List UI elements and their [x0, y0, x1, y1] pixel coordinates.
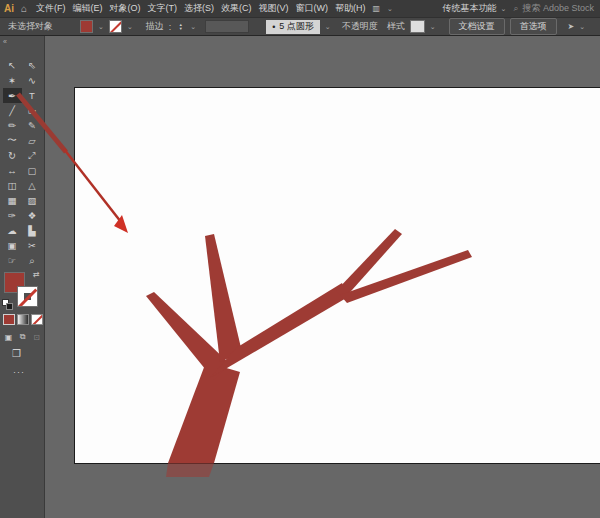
fill-chevron-icon[interactable]: ⌄: [98, 23, 104, 31]
app-logo: Ai: [4, 3, 14, 14]
artboard-tool[interactable]: ▣: [3, 238, 22, 253]
menu-item-6[interactable]: 视图(V): [259, 2, 289, 15]
gradient-tool[interactable]: ▨: [23, 193, 42, 208]
brush-chevron-icon[interactable]: ⌄: [325, 23, 331, 31]
draw-behind-icon[interactable]: ⧉: [16, 331, 29, 343]
mesh-tool[interactable]: ▦: [3, 193, 22, 208]
brush-dropdown[interactable]: • 5 点圆形: [266, 20, 320, 34]
shape-builder-tool[interactable]: ◫: [3, 178, 22, 193]
eyedropper-tool-icon: ✑: [8, 210, 16, 221]
style-chevron-icon[interactable]: ⌄: [430, 23, 436, 31]
tools-panel: « ↖⇖✶∿✒T╱▭✏✎〜▱↻⤢↔▢◫△▦▨✑❖☁▙▣✂☞⌕ ⇄ ▣ ⧉ ⊡ ❐…: [0, 36, 45, 518]
control-extras-icon[interactable]: ➤: [568, 22, 575, 31]
artboard-tool-icon: ▣: [8, 240, 17, 251]
pasteboard[interactable]: [45, 56, 600, 518]
stroke-weight-chevron-icon[interactable]: ⌄: [190, 23, 196, 31]
menu-bar: Ai ⌂ 文件(F)编辑(E)对象(O)文字(T)选择(S)效果(C)视图(V)…: [0, 0, 600, 17]
zoom-tool[interactable]: ⌕: [23, 253, 42, 268]
pencil-tool[interactable]: ✎: [23, 118, 42, 133]
hand-tool-icon: ☞: [8, 255, 17, 266]
stroke-weight-stepper[interactable]: ▲ ▼: [176, 21, 185, 33]
stroke-color-swatch[interactable]: [109, 20, 122, 33]
style-swatch[interactable]: [410, 20, 425, 33]
type-tool[interactable]: T: [23, 88, 42, 103]
magic-wand-tool[interactable]: ✶: [3, 73, 22, 88]
eraser-tool[interactable]: ▱: [23, 133, 42, 148]
scale-tool[interactable]: ⤢: [23, 148, 42, 163]
brush-value: 5 点圆形: [279, 20, 314, 33]
menu-item-2[interactable]: 对象(O): [110, 2, 141, 15]
color-button[interactable]: [3, 314, 15, 325]
stroke-colon: :: [169, 22, 172, 32]
eyedropper-tool[interactable]: ✑: [3, 208, 22, 223]
rectangle-tool[interactable]: ▭: [23, 103, 42, 118]
eraser-tool-icon: ▱: [28, 135, 35, 146]
collapse-toolbar-icon[interactable]: «: [3, 38, 7, 45]
free-transform-tool[interactable]: ▢: [23, 163, 42, 178]
rectangle-tool-icon: ▭: [28, 105, 37, 116]
search-field[interactable]: ⌕ 搜索 Adobe Stock: [513, 2, 594, 15]
workspace-label: 传统基本功能: [443, 2, 497, 15]
mesh-tool-icon: ▦: [8, 195, 17, 206]
direct-selection-tool[interactable]: ⇖: [23, 58, 42, 73]
none-button[interactable]: [31, 314, 43, 325]
workspace-switcher[interactable]: 传统基本功能 ⌄: [443, 2, 507, 15]
draw-normal-icon[interactable]: ▣: [2, 331, 15, 343]
menu-item-3[interactable]: 文字(T): [148, 2, 178, 15]
shaper-tool-icon: 〜: [7, 134, 17, 147]
screen-mode-icon[interactable]: ❐: [12, 348, 21, 359]
no-selection-label: 未选择对象: [8, 20, 53, 33]
width-tool[interactable]: ↔: [3, 163, 22, 178]
column-graph-tool[interactable]: ▙: [23, 223, 42, 238]
blend-tool[interactable]: ❖: [23, 208, 42, 223]
arrange-documents-chevron-icon[interactable]: ⌄: [387, 5, 393, 13]
opacity-label[interactable]: 不透明度: [342, 20, 378, 33]
line-segment-tool[interactable]: ╱: [3, 103, 22, 118]
control-extras-chevron-icon[interactable]: ⌄: [579, 23, 585, 31]
rotate-tool[interactable]: ↻: [3, 148, 22, 163]
stroke-color-indicator[interactable]: [17, 286, 38, 307]
free-transform-tool-icon: ▢: [28, 165, 37, 176]
pen-tool[interactable]: ✒: [3, 88, 22, 103]
menu-item-4[interactable]: 选择(S): [184, 2, 214, 15]
fill-color-swatch[interactable]: [80, 20, 93, 33]
swap-fill-stroke-icon[interactable]: ⇄: [33, 270, 40, 279]
rotate-tool-icon: ↻: [8, 150, 16, 161]
preferences-button[interactable]: 首选项: [510, 18, 557, 35]
menu-item-5[interactable]: 效果(C): [221, 2, 252, 15]
stepper-down-icon[interactable]: ▼: [179, 27, 183, 31]
arrange-documents-icon[interactable]: ▥: [373, 4, 381, 13]
document-setup-button[interactable]: 文档设置: [449, 18, 505, 35]
drawing-mode-buttons: ▣ ⧉ ⊡: [2, 331, 43, 343]
perspective-grid-tool[interactable]: △: [23, 178, 42, 193]
selection-tool[interactable]: ↖: [3, 58, 22, 73]
magic-wand-tool-icon: ✶: [8, 75, 16, 86]
slice-tool[interactable]: ✂: [23, 238, 42, 253]
hand-tool[interactable]: ☞: [3, 253, 22, 268]
gradient-tool-icon: ▨: [28, 195, 37, 206]
appearance-buttons: [3, 314, 43, 325]
draw-inside-icon: ⊡: [30, 331, 43, 343]
paintbrush-tool[interactable]: ✏: [3, 118, 22, 133]
gradient-button[interactable]: [17, 314, 29, 325]
home-icon[interactable]: ⌂: [21, 3, 27, 14]
shape-builder-tool-icon: ◫: [8, 180, 17, 191]
stroke-chevron-icon[interactable]: ⌄: [127, 23, 133, 31]
blend-tool-icon: ❖: [28, 210, 37, 221]
perspective-grid-tool-icon: △: [28, 180, 35, 191]
symbol-sprayer-tool[interactable]: ☁: [3, 223, 22, 238]
menu-item-8[interactable]: 帮助(H): [335, 2, 366, 15]
slice-tool-icon: ✂: [28, 240, 36, 251]
variable-width-profile-dropdown[interactable]: [205, 20, 249, 33]
pencil-tool-icon: ✎: [28, 120, 36, 131]
default-fill-stroke-icon[interactable]: [2, 299, 14, 311]
edit-toolbar-ellipsis-icon[interactable]: ···: [13, 367, 25, 377]
menu-item-7[interactable]: 窗口(W): [296, 2, 329, 15]
none-diagonal-icon: [18, 288, 38, 307]
line-segment-tool-icon: ╱: [9, 105, 15, 116]
shaper-tool[interactable]: 〜: [3, 133, 22, 148]
lasso-tool[interactable]: ∿: [23, 73, 42, 88]
menu-item-1[interactable]: 编辑(E): [73, 2, 103, 15]
artboard[interactable]: [75, 88, 600, 463]
menu-item-0[interactable]: 文件(F): [36, 2, 66, 15]
